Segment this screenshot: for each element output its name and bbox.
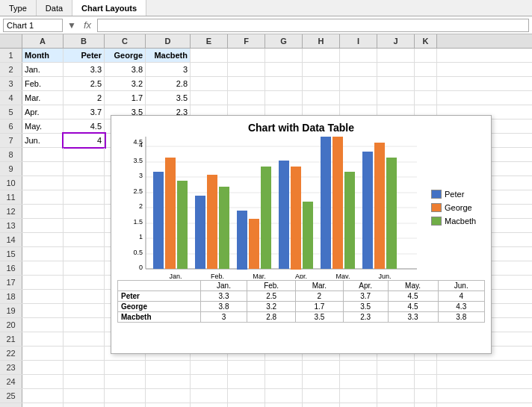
cell-1-H[interactable] [303,49,340,62]
cell-2-I[interactable] [340,63,377,76]
cell-23-F[interactable] [228,361,265,374]
cell-25-A[interactable] [22,389,64,403]
tab-type[interactable]: Type [0,0,37,16]
cell-14-A[interactable] [22,233,64,246]
cell-4-K[interactable] [415,91,437,105]
cell-17-A[interactable] [22,276,64,289]
cell-19-A[interactable] [22,304,64,317]
cell-25-J[interactable] [377,389,415,403]
cell-4-H[interactable] [303,91,340,105]
formula-input[interactable] [97,19,529,32]
cell-16-B[interactable] [64,261,105,275]
cell-1-F[interactable] [228,49,265,62]
cell-1-G[interactable] [265,49,303,62]
cell-24-G[interactable] [265,375,303,388]
chart-overlay[interactable]: Chart with Data Table 0 0.5 1 1.5 2 2.5 … [111,115,492,354]
cell-25-C[interactable] [105,389,146,403]
cell-24-K[interactable] [415,375,437,388]
cell-3-I[interactable] [340,77,377,90]
cell-2-D[interactable]: 3 [146,63,191,76]
cell-4-D[interactable]: 3.5 [146,91,191,105]
cell-13-B[interactable] [64,219,105,232]
cell-5-B[interactable]: 3.7 [64,105,105,119]
cell-23-I[interactable] [340,361,377,374]
cell-24-C[interactable] [105,375,146,388]
cell-11-B[interactable] [64,190,105,204]
cell-2-H[interactable] [303,63,340,76]
cell-4-B[interactable]: 2 [64,91,105,105]
cell-2-E[interactable] [191,63,228,76]
cell-25-E[interactable] [191,389,228,403]
cell-3-H[interactable] [303,77,340,90]
cell-10-A[interactable] [22,176,64,190]
cell-3-G[interactable] [265,77,303,90]
cell-3-B[interactable]: 2.5 [64,77,105,90]
cell-1-J[interactable] [377,49,415,62]
cell-9-B[interactable] [64,162,105,175]
cell-24-I[interactable] [340,375,377,388]
cell-8-A[interactable] [22,148,64,161]
cell-1-A[interactable]: Month [22,49,64,62]
cell-2-K[interactable] [415,63,437,76]
cell-3-D[interactable]: 2.8 [146,77,191,90]
cell-15-A[interactable] [22,247,64,261]
cell-21-B[interactable] [64,332,105,346]
cell-23-J[interactable] [377,361,415,374]
cell-23-D[interactable] [146,361,191,374]
cell-1-E[interactable] [191,49,228,62]
cell-26-C[interactable] [105,403,146,407]
col-header-b[interactable]: B [64,34,105,48]
cell-26-E[interactable] [191,403,228,407]
cell-5-A[interactable]: Apr. [22,105,64,119]
tab-chart-layouts[interactable]: Chart Layouts [72,0,146,16]
cell-3-A[interactable]: Feb. [22,77,64,90]
cell-24-A[interactable] [22,375,64,388]
cell-23-A[interactable] [22,361,64,374]
cell-2-B[interactable]: 3.3 [64,63,105,76]
cell-3-E[interactable] [191,77,228,90]
cell-25-G[interactable] [265,389,303,403]
cell-25-H[interactable] [303,389,340,403]
cell-10-B[interactable] [64,176,105,190]
cell-23-C[interactable] [105,361,146,374]
col-header-d[interactable]: D [146,34,191,48]
cell-2-J[interactable] [377,63,415,76]
cell-1-C[interactable]: George [105,49,146,62]
cell-12-B[interactable] [64,205,105,218]
cell-2-A[interactable]: Jan. [22,63,64,76]
cell-4-J[interactable] [377,91,415,105]
cell-18-A[interactable] [22,290,64,303]
cell-26-F[interactable] [228,403,265,407]
cell-24-F[interactable] [228,375,265,388]
cell-8-B[interactable] [64,148,105,161]
cell-7-A[interactable]: Jun. [22,134,64,147]
name-box[interactable]: Chart 1 [3,19,63,32]
cell-17-B[interactable] [64,276,105,289]
cell-23-G[interactable] [265,361,303,374]
cell-15-B[interactable] [64,247,105,261]
tab-data[interactable]: Data [37,0,72,16]
cell-14-B[interactable] [64,233,105,246]
cell-22-A[interactable] [22,347,64,360]
cell-19-B[interactable] [64,304,105,317]
col-header-e[interactable]: E [191,34,228,48]
cell-26-G[interactable] [265,403,303,407]
cell-1-D[interactable]: Macbeth [146,49,191,62]
cell-20-A[interactable] [22,318,64,332]
cell-6-A[interactable]: May. [22,119,64,133]
cell-11-A[interactable] [22,190,64,204]
cell-23-H[interactable] [303,361,340,374]
cell-21-A[interactable] [22,332,64,346]
cell-1-I[interactable] [340,49,377,62]
cell-24-J[interactable] [377,375,415,388]
cell-2-F[interactable] [228,63,265,76]
cell-16-A[interactable] [22,261,64,275]
cell-4-F[interactable] [228,91,265,105]
cell-3-F[interactable] [228,77,265,90]
col-header-i[interactable]: I [340,34,377,48]
cell-4-E[interactable] [191,91,228,105]
col-header-a[interactable]: A [22,34,64,48]
cell-3-C[interactable]: 3.2 [105,77,146,90]
cell-23-E[interactable] [191,361,228,374]
cell-4-A[interactable]: Mar. [22,91,64,105]
